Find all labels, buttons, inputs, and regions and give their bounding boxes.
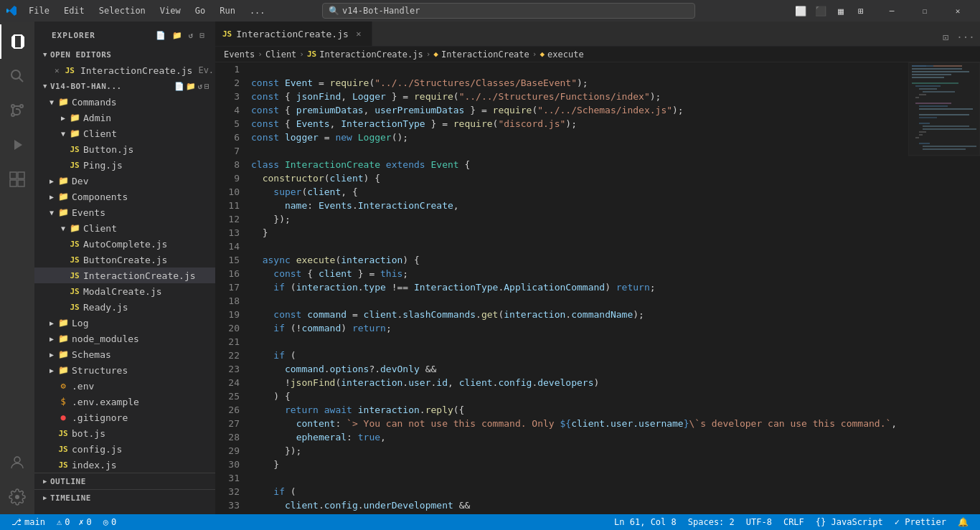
toggle-sidebar-btn[interactable]: ⬜ (792, 3, 809, 19)
toggle-panel-btn[interactable]: ⬛ (812, 3, 829, 19)
menu-edit[interactable]: Edit (58, 4, 90, 17)
file-gitignore[interactable]: ▶ ● .gitignore (34, 410, 215, 425)
status-notifications[interactable]: 🔔 (952, 514, 974, 530)
outline-header[interactable]: ▶ OUTLINE (34, 473, 215, 489)
tab-filename: InteractionCreate.js (236, 29, 349, 39)
branch-icon: ⎇ (11, 517, 22, 527)
file-bot-js[interactable]: ▶ JS bot.js (34, 425, 215, 441)
svg-point-3 (20, 105, 23, 108)
activity-settings[interactable] (0, 480, 34, 514)
breadcrumb-class-icon: ◆ (433, 49, 438, 59)
modalcreate-js-label: ModalCreate.js (83, 286, 162, 297)
breadcrumb-method[interactable]: execute (547, 49, 584, 60)
maximize-button[interactable]: ☐ (908, 0, 941, 22)
status-info[interactable]: ◎ 0 (98, 514, 122, 530)
status-spaces[interactable]: Spaces: 2 (682, 514, 740, 530)
menu-selection[interactable]: Selection (93, 4, 151, 17)
activity-source-control[interactable] (0, 93, 34, 128)
refresh-icon[interactable]: ↺ (187, 29, 196, 42)
status-encoding[interactable]: UTF-8 (740, 514, 778, 530)
log-label: Log (72, 318, 88, 328)
svg-rect-5 (10, 172, 17, 179)
file-autocomplete-js[interactable]: JS AutoComplete.js (34, 236, 215, 252)
timeline-header[interactable]: ▶ TIMELINE (34, 490, 215, 506)
breadcrumb-filename[interactable]: InteractionCreate.js (319, 49, 423, 60)
folder-client-events[interactable]: ▼ 📁 Client (34, 220, 215, 236)
new-folder-project-icon[interactable]: 📁 (186, 82, 197, 91)
file-config-js[interactable]: ▶ JS config.js (34, 441, 215, 457)
more-actions-btn[interactable]: ··· (957, 29, 974, 46)
folder-admin[interactable]: ▶ 📁 Admin (34, 110, 215, 126)
status-position[interactable]: Ln 61, Col 8 (608, 514, 682, 530)
refresh-project-icon[interactable]: ↺ (198, 82, 203, 91)
collapse-project-icon[interactable]: ⊟ (204, 82, 209, 91)
sidebar-title: EXPLORER (52, 31, 95, 40)
editor-tab-interactioncreate[interactable]: JS InteractionCreate.js ✕ (215, 22, 372, 46)
minimize-button[interactable]: ─ (875, 0, 908, 22)
activity-run-debug[interactable] (0, 128, 34, 162)
menu-file[interactable]: File (23, 4, 55, 17)
folder-schemas[interactable]: ▶ 📁 Schemas (34, 346, 215, 362)
split-editor-btn[interactable]: ⊡ (937, 29, 954, 46)
file-index-js[interactable]: ▶ JS index.js (34, 457, 215, 473)
status-line-ending[interactable]: CRLF (778, 514, 810, 530)
file-button-js[interactable]: JS Button.js (34, 141, 215, 157)
folder-node-modules[interactable]: ▶ 📁 node_modules (34, 331, 215, 346)
schemas-label: Schemas (72, 349, 111, 360)
open-editors-section[interactable]: ▼ OPEN EDITORS (34, 47, 215, 62)
collapse-all-icon[interactable]: ⊟ (198, 29, 207, 42)
project-section[interactable]: ▼ V14-BOT-HAN... 📄 📁 ↺ ⊟ (34, 78, 215, 94)
file-env-example[interactable]: ▶ $ .env.example (34, 394, 215, 410)
breadcrumb-client[interactable]: Client (265, 49, 296, 60)
folder-dev[interactable]: ▶ 📁 Dev (34, 173, 215, 189)
folder-events[interactable]: ▼ 📁 Events (34, 204, 215, 220)
activity-search[interactable] (0, 59, 34, 93)
menu-bar: File Edit Selection View Go Run ... (23, 4, 271, 17)
close-button[interactable]: ✕ (941, 0, 974, 22)
folder-commands[interactable]: ▼ 📁 Commands (34, 94, 215, 110)
vscode-icon (6, 5, 17, 16)
modalcreate-js-icon: JS (69, 285, 80, 297)
svg-point-4 (11, 105, 14, 108)
open-editor-item[interactable]: ✕ JS InteractionCreate.js Ev... (34, 62, 215, 78)
file-modalcreate-js[interactable]: JS ModalCreate.js (34, 283, 215, 299)
file-interactioncreate-js[interactable]: JS InteractionCreate.js (34, 268, 215, 283)
menu-go[interactable]: Go (189, 4, 211, 17)
customize-layout-btn[interactable]: ⊞ (852, 3, 870, 19)
folder-log[interactable]: ▶ 📁 Log (34, 315, 215, 331)
title-search[interactable]: 🔍 v14-Bot-Handler (322, 3, 695, 19)
file-ping-js[interactable]: JS Ping.js (34, 157, 215, 173)
components-chevron: ▶ (46, 191, 57, 202)
activity-explorer[interactable] (0, 24, 34, 59)
tab-close-btn[interactable]: ✕ (353, 28, 364, 39)
client-events-chevron: ▼ (57, 222, 69, 234)
file-env[interactable]: ▶ ⚙ .env (34, 378, 215, 394)
folder-components[interactable]: ▶ 📁 Components (34, 189, 215, 204)
warning-count: 0 (87, 517, 92, 527)
close-editor-icon[interactable]: ✕ (55, 65, 60, 76)
new-file-icon[interactable]: 📄 (154, 29, 168, 42)
toggle-activity-btn[interactable]: ▦ (832, 3, 849, 19)
breadcrumb-class[interactable]: InteractionCreate (441, 49, 529, 60)
menu-run[interactable]: Run (214, 4, 241, 17)
status-branch[interactable]: ⎇ main (6, 514, 51, 530)
activity-extensions[interactable] (0, 162, 34, 197)
svg-rect-7 (10, 180, 17, 186)
file-buttoncreate-js[interactable]: JS ButtonCreate.js (34, 252, 215, 268)
activity-accounts[interactable] (0, 445, 34, 480)
code-content[interactable]: const Event = require("../../Structures/… (245, 62, 908, 514)
warning-icon: ✗ (78, 517, 83, 527)
folder-structures[interactable]: ▶ 📁 Structures (34, 362, 215, 378)
folder-client-commands[interactable]: ▼ 📁 Client (34, 126, 215, 141)
new-file-project-icon[interactable]: 📄 (174, 82, 185, 91)
file-ready-js[interactable]: JS Ready.js (34, 299, 215, 315)
status-language[interactable]: {} JavaScript (810, 514, 889, 530)
breadcrumb-events[interactable]: Events (224, 49, 255, 60)
project-chevron: ▼ (43, 82, 47, 90)
menu-view[interactable]: View (154, 4, 187, 17)
config-js-label: config.js (72, 444, 122, 455)
status-errors[interactable]: ⚠ 0 ✗ 0 (51, 514, 98, 530)
new-folder-icon[interactable]: 📁 (171, 29, 184, 42)
status-formatter[interactable]: ✓ Prettier (889, 514, 952, 530)
menu-more[interactable]: ... (244, 4, 271, 17)
